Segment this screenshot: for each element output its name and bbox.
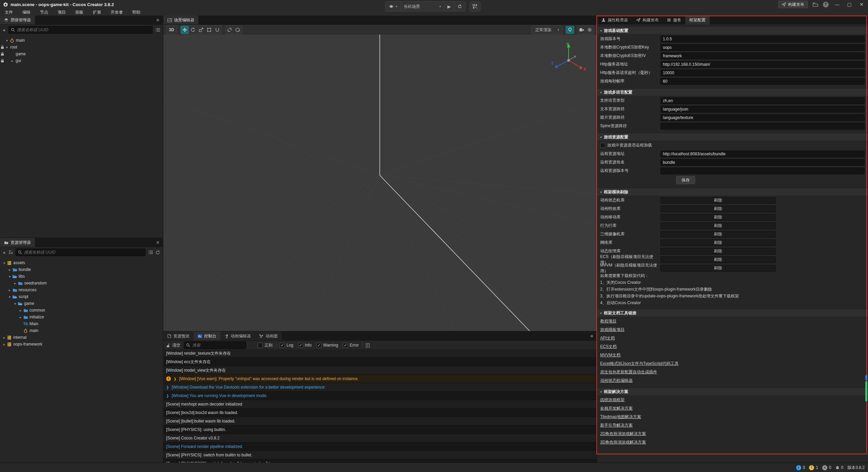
tab-属性检查器[interactable]: 属性检查器 [597,16,632,24]
caret-right-icon[interactable]: ▸ [7,288,12,292]
assets-menu-button[interactable]: ≡ [153,238,163,247]
remove-module-button[interactable]: 剔除 [660,256,776,263]
link-3D角色扮演游戏解决方案[interactable]: 3D角色扮演游戏解决方案 [597,438,868,447]
link-新手引导解决方案[interactable]: 新手引导解决方案 [597,421,868,430]
caret-down-icon[interactable]: ▾ [5,39,9,42]
tab-hierarchy[interactable]: 层级管理器 [0,16,35,24]
scene-settings-button[interactable] [586,26,594,34]
log-row[interactable]: [Scene] Cocos Creator v3.8.2 [163,434,597,442]
tab-动画图[interactable]: 动画图 [255,332,282,340]
field-input[interactable]: 1.0.5 [660,36,865,42]
status-warning-count[interactable]: ! 1 [809,465,818,470]
scene-select-dropdown[interactable]: 当前场景 ▾ [401,2,445,11]
tab-服务[interactable]: 服务 [663,16,685,24]
filter-log-checkbox[interactable]: ✓Log [280,343,293,348]
tab-控制台[interactable]: 控制台 [194,332,220,340]
create-node-button[interactable]: + [3,27,6,33]
log-row[interactable]: [Window] ecs文件夹存在 [163,358,597,366]
link-MVVM文档[interactable]: MVVM文档 [597,351,868,359]
status-notifications[interactable]: 0 [835,465,844,470]
field-input[interactable]: bundle [660,159,865,166]
caret-right-icon[interactable]: ▸ [10,59,15,63]
section-header-框架模块剔除[interactable]: ▾框架模块剔除 [597,188,868,196]
scene-camera-button[interactable] [577,26,586,34]
close-button[interactable]: ✕ [858,2,865,7]
console-search-input[interactable]: 搜索 [184,341,246,349]
log-row[interactable]: [Scene] [bullet]:bullet wasm lib loaded. [163,417,597,426]
hierarchy-filter-button[interactable] [155,28,160,32]
gizmo-pivot-tool-button[interactable] [213,26,221,34]
log-row[interactable]: ❯[Window] You are running Vue in develop… [163,392,597,400]
asset-node-common[interactable]: ▸common [0,307,163,314]
log-expand-icon[interactable]: ❯ [166,386,169,389]
log-file-button[interactable] [366,343,370,348]
log-row[interactable]: [Scene] [PHYSICS]: using builtin. [163,426,597,434]
tab-scene-editor[interactable]: 场景编辑器 [163,16,198,24]
tab-构建发布[interactable]: 构建发布 [632,16,663,24]
menubar-item-开发者[interactable]: 开发者 [106,9,127,15]
link-全栈开发解决方案[interactable]: 全栈开发解决方案 [597,404,868,413]
assets-refresh-button[interactable] [156,250,160,255]
toggle-3d-button[interactable]: 3D [166,25,177,34]
tab-动画编辑器[interactable]: 动画编辑器 [220,332,255,340]
section-header-框架文档工具链接[interactable]: ▾框架文档工具链接 [597,309,868,317]
log-expand-icon[interactable]: ❯ [174,377,176,381]
rect-tool-button[interactable] [205,26,213,34]
link-教程项目[interactable]: 教程项目 [597,317,868,326]
caret-down-icon[interactable]: ▾ [13,302,17,306]
render-mode-dropdown[interactable]: 正常渲染 ▾ [531,25,563,34]
menubar-item-节点[interactable]: 节点 [35,9,53,15]
caret-right-icon[interactable]: ▸ [2,342,6,346]
menubar-item-面板[interactable]: 面板 [71,9,88,15]
asset-node-script[interactable]: ▾script [0,293,163,300]
field-input[interactable]: 60 [660,78,865,85]
link-API文档[interactable]: API文档 [597,334,868,342]
menubar-item-文件[interactable]: 文件 [0,9,18,15]
field-input[interactable] [660,168,865,174]
menubar-item-扩展[interactable]: 扩展 [88,9,106,15]
log-row[interactable]: [Scene] [box2d]:box2d wasm lib loaded. [163,409,597,417]
tab-资源预览[interactable]: 资源预览 [163,332,194,340]
move-tool-button[interactable] [181,26,189,34]
asset-node-game[interactable]: ▾game [0,300,163,307]
asset-node-assets[interactable]: ▾assets [0,259,163,266]
link-Tiledmap地图解决方案[interactable]: Tiledmap地图解决方案 [597,413,868,421]
snap-cube-button[interactable] [234,26,242,34]
caret-down-icon[interactable]: ▾ [5,45,9,49]
caret-right-icon[interactable]: ▸ [18,315,23,319]
remove-module-button[interactable]: 剔除 [660,239,776,246]
console-menu-button[interactable]: ≡ [587,332,597,340]
asset-node-resources[interactable]: ▸resources [0,287,163,293]
asset-node-internal[interactable]: ▸internal [0,334,163,341]
regex-checkbox[interactable]: 正则 [258,342,273,348]
assets-filter-button[interactable] [148,250,153,254]
scene-viewport[interactable]: Y X Z [163,35,597,331]
axis-gizmo[interactable]: Y X Z [550,41,587,78]
inspector-scrollbar[interactable] [865,375,867,401]
field-input[interactable]: language/texture [660,114,865,121]
log-row[interactable]: [Scene] [PHYSICS]: switch from builtin t… [163,451,597,459]
asset-node-libs[interactable]: ▾libs [0,273,163,280]
menubar-item-编辑[interactable]: 编辑 [18,9,35,15]
section-header-游戏资源配置[interactable]: ▾游戏资源配置 [597,133,868,141]
asset-node-seedrandom[interactable]: ▸seedrandom [0,280,163,287]
remove-module-button[interactable]: 剔除 [660,197,776,204]
device-select[interactable]: ▾ [386,2,401,11]
menubar-item-项目[interactable]: 项目 [53,9,71,15]
play-button[interactable]: ▶ [445,2,454,11]
remove-module-button[interactable]: 剔除 [660,214,776,221]
scale-tool-button[interactable] [197,26,205,34]
open-folder-button[interactable] [813,2,818,7]
log-row[interactable]: [Scene] meshopt wasm decoder initialized [163,400,597,409]
asset-node-oops-framework[interactable]: ▸oops-framework [0,341,163,348]
help-button[interactable]: ? [823,2,829,7]
clear-console-button[interactable]: 清空 [166,342,180,348]
link-Excel格式转Json文件与TypeScript代码工具[interactable]: Excel格式转Json文件与TypeScript代码工具 [597,359,868,368]
section-header-游戏基础配置[interactable]: ▾游戏基础配置 [597,26,868,35]
minimize-button[interactable]: — [833,2,841,7]
remove-module-button[interactable]: 剔除 [660,231,776,238]
caret-right-icon[interactable]: ▸ [2,336,6,339]
caret-down-icon[interactable]: ▾ [2,261,6,265]
log-row[interactable]: ❯[Window] Download the Vue Devtools exte… [163,383,597,392]
field-input[interactable] [660,123,865,130]
